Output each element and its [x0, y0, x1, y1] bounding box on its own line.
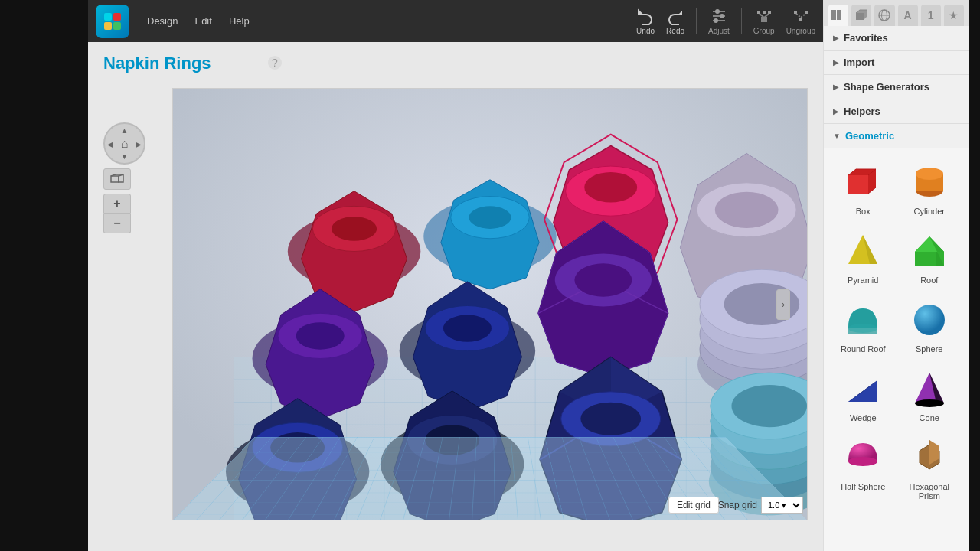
- svg-point-72: [580, 403, 641, 435]
- menu-design[interactable]: Design: [139, 11, 185, 31]
- svg-point-55: [574, 263, 632, 296]
- svg-point-104: [915, 399, 944, 407]
- section-shape-generators: ▶ Shape Generators: [824, 75, 969, 99]
- import-title: Import: [844, 57, 874, 68]
- svg-rect-82: [831, 15, 836, 20]
- section-geometric-header[interactable]: ▼ Geometric: [824, 124, 969, 148]
- tab-globe[interactable]: [874, 5, 894, 26]
- svg-rect-88: [848, 175, 868, 194]
- geometric-title: Geometric: [845, 130, 894, 142]
- shape-hexagonal-prism-label: Hexagonal Prism: [903, 482, 956, 500]
- main-content: Design Edit Help Undo Redo: [88, 0, 823, 551]
- import-arrow-icon: ▶: [833, 58, 839, 67]
- svg-point-37: [469, 206, 511, 229]
- snap-grid-select[interactable]: 1.0 ▾: [761, 497, 803, 514]
- right-panel: A 1 ★ ▶ Favorites ▶ Import ▶ Shape Gener…: [823, 0, 969, 551]
- section-favorites: ▶ Favorites: [824, 26, 969, 51]
- orbit-control[interactable]: ▲ ▼ ◀ ▶ ⌂: [103, 122, 145, 165]
- svg-point-3: [716, 10, 719, 13]
- shape-sphere[interactable]: Sphere: [900, 295, 960, 357]
- shape-half-sphere[interactable]: Half Sphere: [833, 432, 893, 504]
- svg-rect-81: [837, 10, 841, 15]
- shape-pyramid-label: Pyramid: [848, 276, 878, 285]
- svg-point-41: [584, 172, 637, 202]
- toolbar-actions: Undo Redo Adjust: [636, 7, 815, 35]
- toolbar-divider-1: [696, 8, 697, 34]
- toolbar-divider-2: [741, 8, 742, 34]
- svg-point-98: [914, 305, 945, 335]
- menu-edit[interactable]: Edit: [187, 11, 219, 31]
- snap-grid-label: Snap grid: [718, 500, 757, 510]
- adjust-button[interactable]: Adjust: [708, 7, 730, 35]
- section-import-header[interactable]: ▶ Import: [824, 51, 969, 74]
- section-favorites-header[interactable]: ▶ Favorites: [824, 26, 969, 50]
- shape-cone[interactable]: Cone: [900, 364, 960, 426]
- viewport-collapse-button[interactable]: ›: [776, 289, 790, 320]
- canvas-area: Napkin Rings ? ▲ ▼ ◀ ▶ ⌂: [88, 42, 823, 551]
- nav-left-arrow: ◀: [107, 139, 113, 148]
- shape-generators-title: Shape Generators: [844, 81, 929, 93]
- app-logo[interactable]: [96, 5, 129, 38]
- shape-pyramid[interactable]: Pyramid: [833, 226, 893, 289]
- geometric-arrow-icon: ▼: [833, 132, 841, 140]
- zoom-controls: + −: [103, 194, 145, 233]
- tab-number[interactable]: 1: [921, 5, 941, 26]
- svg-point-33: [332, 217, 377, 241]
- menu-help[interactable]: Help: [221, 11, 257, 31]
- helpers-title: Helpers: [844, 106, 880, 117]
- tab-grid[interactable]: [828, 5, 848, 26]
- right-decorative-bar: [969, 0, 980, 551]
- ungroup-button[interactable]: Ungroup: [786, 7, 815, 35]
- menu-bar: Design Edit Help: [139, 11, 257, 31]
- svg-point-91: [916, 168, 943, 180]
- shape-wedge[interactable]: Wedge: [833, 364, 893, 426]
- edit-grid-button[interactable]: Edit grid: [668, 497, 719, 514]
- svg-point-5: [714, 19, 717, 22]
- section-shape-generators-header[interactable]: ▶ Shape Generators: [824, 75, 969, 99]
- panel-tabs: A 1 ★: [824, 0, 969, 26]
- view-button[interactable]: [103, 168, 131, 190]
- shape-half-sphere-label: Half Sphere: [841, 482, 885, 491]
- main-toolbar: Design Edit Help Undo Redo: [88, 0, 823, 42]
- svg-rect-84: [856, 13, 864, 20]
- canvas-header: Napkin Rings: [103, 54, 211, 73]
- svg-point-48: [296, 322, 345, 349]
- section-helpers: ▶ Helpers: [824, 99, 969, 124]
- shape-round-roof[interactable]: Round Roof: [833, 295, 893, 357]
- tab-text[interactable]: A: [898, 5, 918, 26]
- help-icon[interactable]: ?: [268, 56, 282, 70]
- zoom-out-button[interactable]: −: [103, 214, 131, 233]
- svg-rect-80: [831, 10, 836, 15]
- shape-cylinder-label: Cylinder: [914, 207, 945, 216]
- left-decorative-bar: [0, 0, 88, 551]
- tab-star[interactable]: ★: [944, 5, 964, 26]
- shape-roof[interactable]: Roof: [900, 226, 960, 289]
- shape-generators-arrow-icon: ▶: [833, 83, 839, 91]
- favorites-title: Favorites: [844, 32, 888, 44]
- svg-rect-6: [762, 18, 766, 21]
- shape-roof-label: Roof: [920, 276, 938, 285]
- shape-wedge-label: Wedge: [850, 413, 877, 422]
- zoom-in-button[interactable]: +: [103, 194, 131, 214]
- tab-box[interactable]: [851, 5, 871, 26]
- shape-box[interactable]: Box: [833, 157, 893, 220]
- svg-point-4: [720, 15, 724, 18]
- group-button[interactable]: Group: [753, 7, 775, 35]
- svg-point-97: [848, 324, 877, 333]
- undo-button[interactable]: Undo: [636, 7, 655, 35]
- svg-rect-7: [111, 176, 119, 182]
- helpers-arrow-icon: ▶: [833, 107, 839, 116]
- shape-round-roof-label: Round Roof: [841, 344, 886, 354]
- svg-point-44: [715, 192, 779, 228]
- shape-cylinder[interactable]: Cylinder: [900, 157, 960, 220]
- shape-cone-label: Cone: [920, 413, 939, 422]
- favorites-arrow-icon: ▶: [833, 34, 839, 42]
- shape-hexagonal-prism[interactable]: Hexagonal Prism: [900, 432, 960, 504]
- shapes-grid: Box Cylinder: [824, 148, 969, 514]
- 3d-viewport[interactable]: Edit grid Snap grid 1.0 ▾ ›: [172, 88, 808, 520]
- nav-up-arrow: ▲: [121, 126, 129, 135]
- svg-point-52: [443, 315, 492, 341]
- section-helpers-header[interactable]: ▶ Helpers: [824, 99, 969, 123]
- nav-down-arrow: ▼: [121, 152, 129, 161]
- redo-button[interactable]: Redo: [666, 7, 684, 35]
